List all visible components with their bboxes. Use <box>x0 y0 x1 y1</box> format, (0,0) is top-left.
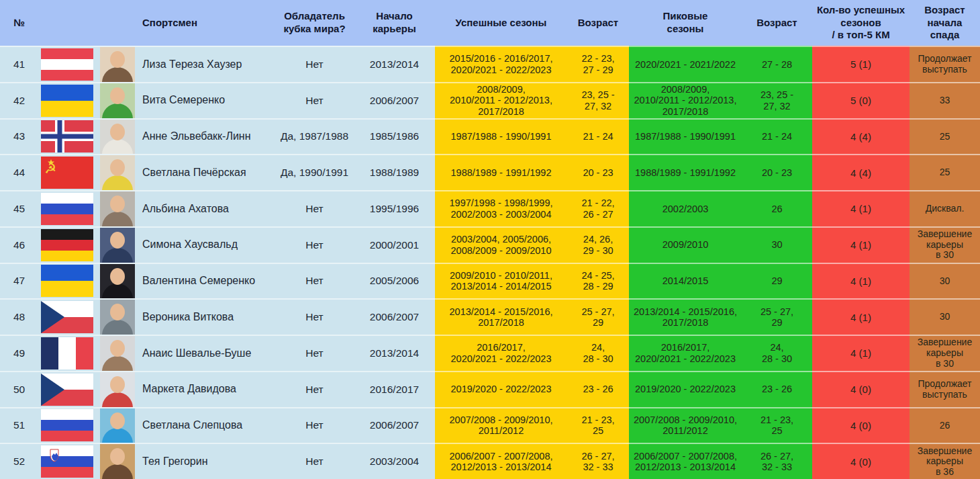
cell-number: 46 <box>0 226 38 263</box>
col-header-peak-seasons: Пиковые сезоны <box>629 0 742 46</box>
table-row: 52 Тея Грегорин Нет 2003/2004 2006/2007 … <box>0 443 980 479</box>
biathlon-athletes-table: № Спортсмен Обладатель кубка мира? Начал… <box>0 0 980 479</box>
cell-successful-count: 4 (1) <box>812 335 910 371</box>
cell-athlete-name: Лиза Тереза Хаузер <box>139 46 275 82</box>
cell-successful-seasons: 2006/2007 - 2007/2008, 2012/2013 - 2013/… <box>435 443 567 479</box>
athlete-photo <box>100 300 135 335</box>
cell-decline-age: Продолжает выступать <box>910 46 980 82</box>
cell-peak-seasons: 2008/2009, 2010/2011 - 2012/2013, 2017/2… <box>629 82 742 118</box>
athlete-photo <box>100 120 135 155</box>
flag-czechia-icon <box>41 374 93 406</box>
cell-world-cup-winner: Нет <box>275 82 354 118</box>
cell-peak-seasons: 2002/2003 <box>629 190 742 226</box>
cell-successful-count: 4 (1) <box>812 226 910 263</box>
cell-successful-count: 5 (0) <box>812 82 910 118</box>
cell-peak-seasons: 2014/2015 <box>629 263 742 299</box>
cell-world-cup-winner: Нет <box>275 443 354 479</box>
cell-successful-seasons: 2007/2008 - 2009/2010, 2011/2012 <box>435 407 567 443</box>
cell-peak-seasons: 2016/2017, 2020/2021 - 2022/2023 <box>629 335 742 371</box>
cell-career-start: 2005/2006 <box>354 263 435 299</box>
cell-career-start: 1988/1989 <box>354 154 435 190</box>
cell-athlete-name: Вита Семеренко <box>139 82 275 118</box>
flag-germany-icon <box>41 229 93 261</box>
cell-decline-age: Завершение карьеры в 36 <box>910 443 980 479</box>
cell-successful-seasons: 2013/2014 - 2015/2016, 2017/2018 <box>435 298 567 335</box>
flag-russia-icon <box>41 409 93 441</box>
cell-flag <box>38 46 96 82</box>
cell-peak-age: 24, 28 - 30 <box>742 335 812 371</box>
cell-successful-count: 4 (1) <box>812 298 910 335</box>
cell-photo <box>96 298 139 335</box>
cell-peak-seasons: 2020/2021 - 2021/2022 <box>629 46 742 82</box>
col-header-number: № <box>0 0 38 46</box>
cell-decline-age: 26 <box>910 407 980 443</box>
cell-number: 43 <box>0 118 38 155</box>
flag-czechia-icon <box>41 301 93 333</box>
cell-peak-seasons: 1988/1989 - 1991/1992 <box>629 154 742 190</box>
flag-slovenia-icon <box>41 445 93 478</box>
cell-peak-age: 21 - 23, 25 <box>742 407 812 443</box>
athlete-photo <box>100 47 135 82</box>
cell-career-start: 2013/2014 <box>354 335 435 371</box>
flag-ukraine-icon <box>41 265 93 297</box>
cell-decline-age: Завершение карьеры в 30 <box>910 226 980 263</box>
cell-athlete-name: Вероника Виткова <box>139 298 275 335</box>
col-header-successful-seasons: Успешные сезоны <box>435 0 567 46</box>
cell-successful-seasons: 2016/2017, 2020/2021 - 2022/2023 <box>435 335 567 371</box>
cell-decline-age: 25 <box>910 118 980 155</box>
cell-photo <box>96 371 139 407</box>
cell-number: 49 <box>0 335 38 371</box>
cell-decline-age: 30 <box>910 263 980 299</box>
cell-world-cup-winner: Нет <box>275 371 354 407</box>
cell-number: 41 <box>0 46 38 82</box>
cell-successful-age: 25 - 27, 29 <box>567 298 629 335</box>
cell-athlete-name: Маркета Давидова <box>139 371 275 407</box>
table-row: 43 Анне Эльвебакк-Линн Да, 1987/1988 198… <box>0 118 980 155</box>
flag-ussr-icon: ☭ <box>41 157 93 189</box>
cell-decline-age: 30 <box>910 298 980 335</box>
cell-successful-age: 22 - 23, 27 - 29 <box>567 46 629 82</box>
col-header-career-start: Начало карьеры <box>354 0 435 46</box>
cell-successful-seasons: 1988/1989 - 1991/1992 <box>435 154 567 190</box>
cell-photo <box>96 154 139 190</box>
cell-successful-seasons: 2015/2016 - 2016/2017, 2020/2021 - 2022/… <box>435 46 567 82</box>
cell-decline-age: 25 <box>910 154 980 190</box>
cell-successful-age: 23 - 26 <box>567 371 629 407</box>
col-header-world-cup-winner: Обладатель кубка мира? <box>275 0 354 46</box>
cell-successful-age: 26 - 27, 32 - 33 <box>567 443 629 479</box>
cell-flag <box>38 371 96 407</box>
cell-peak-age: 26 <box>742 190 812 226</box>
cell-career-start: 1985/1986 <box>354 118 435 155</box>
athlete-photo <box>100 155 135 190</box>
cell-peak-seasons: 2013/2014 - 2015/2016, 2017/2018 <box>629 298 742 335</box>
cell-peak-age: 23, 25 - 27, 32 <box>742 82 812 118</box>
col-header-peak-age: Возраст <box>742 0 812 46</box>
col-header-photo <box>96 0 139 46</box>
cell-successful-seasons: 2003/2004, 2005/2006, 2008/2009 - 2009/2… <box>435 226 567 263</box>
cell-photo <box>96 82 139 118</box>
cell-successful-count: 4 (1) <box>812 263 910 299</box>
cell-successful-count: 4 (0) <box>812 407 910 443</box>
cell-peak-age: 27 - 28 <box>742 46 812 82</box>
cell-flag <box>38 298 96 335</box>
flag-france-icon <box>41 337 93 369</box>
table-header: № Спортсмен Обладатель кубка мира? Начал… <box>0 0 980 46</box>
table-row: 42 Вита Семеренко Нет 2006/2007 2008/200… <box>0 82 980 118</box>
cell-athlete-name: Светлана Печёрская <box>139 154 275 190</box>
cell-athlete-name: Анне Эльвебакк-Линн <box>139 118 275 155</box>
flag-austria-icon <box>41 48 93 81</box>
cell-successful-age: 24 - 25, 28 - 29 <box>567 263 629 299</box>
cell-successful-age: 20 - 23 <box>567 154 629 190</box>
cell-peak-age: 21 - 24 <box>742 118 812 155</box>
cell-world-cup-winner: Нет <box>275 46 354 82</box>
cell-world-cup-winner: Нет <box>275 335 354 371</box>
cell-successful-seasons: 1987/1988 - 1990/1991 <box>435 118 567 155</box>
cell-athlete-name: Светлана Слепцова <box>139 407 275 443</box>
cell-decline-age: Продолжает выступать <box>910 371 980 407</box>
athlete-photo <box>100 191 135 226</box>
cell-flag <box>38 190 96 226</box>
cell-number: 47 <box>0 263 38 299</box>
cell-world-cup-winner: Нет <box>275 263 354 299</box>
flag-russia-icon <box>41 193 93 225</box>
table-body: 41 Лиза Тереза Хаузер Нет 2013/2014 2015… <box>0 46 980 479</box>
